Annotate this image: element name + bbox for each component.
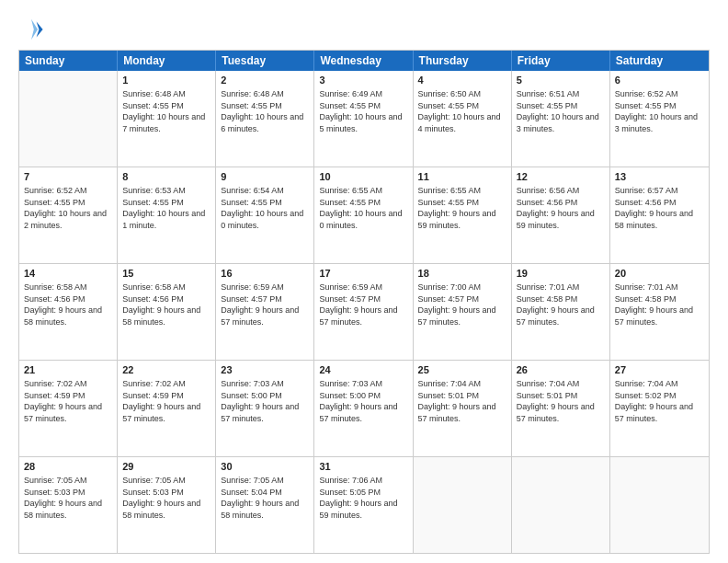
cell-info: Sunrise: 6:57 AMSunset: 4:56 PMDaylight:… [615, 186, 693, 230]
calendar-cell: 29 Sunrise: 7:05 AMSunset: 5:03 PMDaylig… [118, 457, 216, 553]
calendar-cell: 14 Sunrise: 6:58 AMSunset: 4:56 PMDaylig… [19, 264, 118, 360]
calendar-cell: 7 Sunrise: 6:52 AMSunset: 4:55 PMDayligh… [19, 167, 118, 263]
calendar-cell: 1 Sunrise: 6:48 AMSunset: 4:55 PMDayligh… [118, 71, 216, 167]
day-number: 23 [221, 363, 309, 377]
cell-info: Sunrise: 6:59 AMSunset: 4:57 PMDaylight:… [221, 282, 299, 327]
cell-info: Sunrise: 7:06 AMSunset: 5:05 PMDaylight:… [319, 476, 397, 520]
cell-info: Sunrise: 6:48 AMSunset: 4:55 PMDaylight:… [122, 89, 205, 133]
cell-info: Sunrise: 7:04 AMSunset: 5:01 PMDaylight:… [418, 379, 496, 423]
day-number: 4 [418, 74, 506, 87]
cell-info: Sunrise: 7:05 AMSunset: 5:04 PMDaylight:… [221, 476, 299, 520]
calendar-cell: 30 Sunrise: 7:05 AMSunset: 5:04 PMDaylig… [216, 457, 314, 553]
cell-info: Sunrise: 7:01 AMSunset: 4:58 PMDaylight:… [517, 282, 595, 327]
cell-info: Sunrise: 7:00 AMSunset: 4:57 PMDaylight:… [418, 282, 496, 327]
calendar-cell: 17 Sunrise: 6:59 AMSunset: 4:57 PMDaylig… [314, 264, 413, 360]
cell-info: Sunrise: 6:51 AMSunset: 4:55 PMDaylight:… [517, 89, 599, 133]
cell-info: Sunrise: 6:50 AMSunset: 4:55 PMDaylight:… [418, 89, 501, 133]
day-number: 17 [319, 267, 407, 281]
logo-icon [18, 17, 44, 42]
calendar-cell: 3 Sunrise: 6:49 AMSunset: 4:55 PMDayligh… [314, 71, 413, 167]
calendar-cell: 15 Sunrise: 6:58 AMSunset: 4:56 PMDaylig… [118, 264, 216, 360]
calendar-row-1: 1 Sunrise: 6:48 AMSunset: 4:55 PMDayligh… [19, 71, 709, 167]
dow-thursday: Thursday [414, 51, 512, 71]
day-number: 5 [517, 74, 605, 87]
day-number: 8 [122, 170, 210, 184]
cell-info: Sunrise: 7:05 AMSunset: 5:03 PMDaylight:… [24, 476, 102, 520]
calendar-cell: 12 Sunrise: 6:56 AMSunset: 4:56 PMDaylig… [512, 167, 610, 263]
cell-info: Sunrise: 7:02 AMSunset: 4:59 PMDaylight:… [24, 379, 102, 423]
cell-info: Sunrise: 6:55 AMSunset: 4:55 PMDaylight:… [319, 186, 402, 230]
day-number: 27 [615, 363, 704, 377]
cell-info: Sunrise: 6:58 AMSunset: 4:56 PMDaylight:… [122, 282, 200, 327]
calendar-cell [414, 457, 512, 553]
calendar: Sunday Monday Tuesday Wednesday Thursday… [18, 50, 710, 554]
calendar-cell: 24 Sunrise: 7:03 AMSunset: 5:00 PMDaylig… [314, 361, 413, 456]
cell-info: Sunrise: 7:02 AMSunset: 4:59 PMDaylight:… [122, 379, 200, 423]
calendar-cell: 13 Sunrise: 6:57 AMSunset: 4:56 PMDaylig… [610, 167, 709, 263]
calendar-cell: 21 Sunrise: 7:02 AMSunset: 4:59 PMDaylig… [19, 361, 118, 456]
calendar-row-2: 7 Sunrise: 6:52 AMSunset: 4:55 PMDayligh… [19, 167, 709, 263]
cell-info: Sunrise: 7:05 AMSunset: 5:03 PMDaylight:… [122, 476, 200, 520]
calendar-cell: 16 Sunrise: 6:59 AMSunset: 4:57 PMDaylig… [216, 264, 314, 360]
header [18, 17, 710, 42]
cell-info: Sunrise: 6:54 AMSunset: 4:55 PMDaylight:… [221, 186, 303, 230]
dow-saturday: Saturday [610, 51, 709, 71]
calendar-cell: 31 Sunrise: 7:06 AMSunset: 5:05 PMDaylig… [314, 457, 413, 553]
day-number: 29 [122, 460, 210, 474]
day-number: 21 [24, 363, 112, 377]
day-number: 3 [319, 74, 407, 87]
day-number: 20 [615, 267, 704, 281]
day-number: 10 [319, 170, 407, 184]
cell-info: Sunrise: 6:52 AMSunset: 4:55 PMDaylight:… [615, 89, 698, 133]
day-number: 25 [418, 363, 506, 377]
day-number: 16 [221, 267, 309, 281]
calendar-cell: 26 Sunrise: 7:04 AMSunset: 5:01 PMDaylig… [512, 361, 610, 456]
cell-info: Sunrise: 6:53 AMSunset: 4:55 PMDaylight:… [122, 186, 205, 230]
calendar-cell: 5 Sunrise: 6:51 AMSunset: 4:55 PMDayligh… [512, 71, 610, 167]
dow-friday: Friday [512, 51, 610, 71]
calendar-row-3: 14 Sunrise: 6:58 AMSunset: 4:56 PMDaylig… [19, 263, 709, 360]
day-number: 1 [122, 74, 210, 87]
calendar-cell: 18 Sunrise: 7:00 AMSunset: 4:57 PMDaylig… [414, 264, 512, 360]
dow-sunday: Sunday [19, 51, 118, 71]
calendar-cell: 9 Sunrise: 6:54 AMSunset: 4:55 PMDayligh… [216, 167, 314, 263]
dow-wednesday: Wednesday [314, 51, 413, 71]
day-number: 2 [221, 74, 309, 87]
day-number: 31 [319, 460, 407, 474]
cell-info: Sunrise: 6:52 AMSunset: 4:55 PMDaylight:… [24, 186, 107, 230]
day-number: 22 [122, 363, 210, 377]
calendar-header: Sunday Monday Tuesday Wednesday Thursday… [19, 51, 709, 71]
dow-monday: Monday [118, 51, 216, 71]
day-number: 6 [615, 74, 704, 87]
day-number: 30 [221, 460, 309, 474]
day-number: 18 [418, 267, 506, 281]
cell-info: Sunrise: 7:04 AMSunset: 5:01 PMDaylight:… [517, 379, 595, 423]
calendar-cell: 10 Sunrise: 6:55 AMSunset: 4:55 PMDaylig… [314, 167, 413, 263]
logo [18, 17, 48, 42]
cell-info: Sunrise: 7:04 AMSunset: 5:02 PMDaylight:… [615, 379, 693, 423]
day-number: 19 [517, 267, 605, 281]
day-number: 28 [24, 460, 112, 474]
day-number: 14 [24, 267, 112, 281]
cell-info: Sunrise: 6:59 AMSunset: 4:57 PMDaylight:… [319, 282, 397, 327]
calendar-cell: 20 Sunrise: 7:01 AMSunset: 4:58 PMDaylig… [610, 264, 709, 360]
day-number: 12 [517, 170, 605, 184]
calendar-cell [512, 457, 610, 553]
cell-info: Sunrise: 6:48 AMSunset: 4:55 PMDaylight:… [221, 89, 303, 133]
calendar-cell: 4 Sunrise: 6:50 AMSunset: 4:55 PMDayligh… [414, 71, 512, 167]
calendar-row-5: 28 Sunrise: 7:05 AMSunset: 5:03 PMDaylig… [19, 456, 709, 553]
cell-info: Sunrise: 7:01 AMSunset: 4:58 PMDaylight:… [615, 282, 693, 327]
calendar-cell: 27 Sunrise: 7:04 AMSunset: 5:02 PMDaylig… [610, 361, 709, 456]
dow-tuesday: Tuesday [216, 51, 314, 71]
calendar-cell: 2 Sunrise: 6:48 AMSunset: 4:55 PMDayligh… [216, 71, 314, 167]
cell-info: Sunrise: 6:55 AMSunset: 4:55 PMDaylight:… [418, 186, 496, 230]
day-number: 13 [615, 170, 704, 184]
calendar-row-4: 21 Sunrise: 7:02 AMSunset: 4:59 PMDaylig… [19, 360, 709, 456]
day-number: 7 [24, 170, 112, 184]
cell-info: Sunrise: 6:56 AMSunset: 4:56 PMDaylight:… [517, 186, 595, 230]
calendar-cell: 8 Sunrise: 6:53 AMSunset: 4:55 PMDayligh… [118, 167, 216, 263]
day-number: 24 [319, 363, 407, 377]
calendar-body: 1 Sunrise: 6:48 AMSunset: 4:55 PMDayligh… [19, 71, 709, 553]
calendar-cell: 19 Sunrise: 7:01 AMSunset: 4:58 PMDaylig… [512, 264, 610, 360]
calendar-cell: 22 Sunrise: 7:02 AMSunset: 4:59 PMDaylig… [118, 361, 216, 456]
